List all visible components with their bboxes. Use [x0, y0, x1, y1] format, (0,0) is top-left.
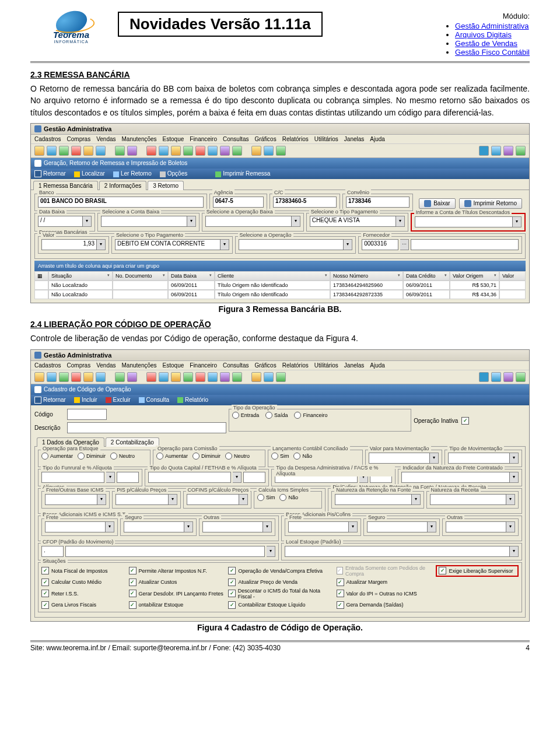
tab-retorno: 3 Retorno — [148, 181, 184, 190]
operacao-inativa-checkbox[interactable] — [461, 417, 469, 425]
radio-saida[interactable]: Saída — [265, 412, 288, 419]
imprimir-remessa-button: Imprimir Remessa — [215, 170, 270, 177]
chevron-down-icon[interactable]: ▾ — [513, 216, 522, 227]
page-title: Novidades Versão 11.11a — [118, 12, 323, 37]
imprimir-retorno-button[interactable]: Imprimir Retorno — [459, 198, 522, 209]
ler-retorno-button: Ler Retorno — [113, 170, 152, 177]
radio-financeiro[interactable]: Financeiro — [294, 412, 327, 419]
consulta-button: Consulta — [139, 397, 169, 403]
page-header: Teorema INFORMÁTICA Novidades Versão 11.… — [30, 12, 530, 63]
incluir-button: Incluir — [74, 397, 97, 403]
excluir-button: Excluir — [106, 397, 131, 403]
codigo-input[interactable] — [67, 409, 107, 420]
check-entrada-pedidos: Entrada Somente com Pedidos de Compra — [337, 565, 432, 577]
chevron-down-icon[interactable]: ▾ — [83, 216, 92, 227]
module-link[interactable]: Gestão de Vendas — [455, 39, 517, 48]
module-link[interactable]: Gestão Fisco Contábil — [455, 48, 530, 57]
action-bar[interactable]: Retornar Incluir Excluir Consulta Relató… — [31, 395, 529, 405]
data-baixa-input[interactable]: / / — [38, 216, 83, 227]
screenshot-figure-3: Gestão Administrativa CadastrosComprasVe… — [30, 123, 530, 303]
panel-header: Cadastro de Código de Operação — [31, 384, 529, 395]
localizar-button: Localizar — [74, 170, 105, 177]
lookup-icon[interactable]: ⋯ — [400, 239, 409, 250]
chevron-down-icon[interactable]: ▾ — [344, 239, 352, 250]
module-link[interactable]: Arquivos Digitais — [455, 30, 512, 39]
retornar-button: Retornar — [34, 397, 66, 404]
radio-entrada[interactable]: Entrada — [232, 412, 260, 419]
descricao-input[interactable] — [67, 422, 226, 433]
tab-bar[interactable]: 1 Remessa Bancária 2 Informações 3 Retor… — [31, 179, 529, 190]
opcoes-button: Opções — [160, 170, 187, 177]
operacao-select[interactable] — [239, 239, 344, 250]
section-text-24: Controle de liberação de vendas por Códi… — [30, 332, 530, 344]
module-link[interactable]: Gestão Administrativa — [455, 22, 528, 30]
check-exige-liberacao[interactable]: Exige Liberação Supervisor — [436, 565, 519, 577]
table-row[interactable]: Não Localizado 06/09/2011 Título Origem … — [34, 281, 526, 290]
menu-bar[interactable]: CadastrosComprasVendasManutençõesEstoque… — [31, 361, 529, 370]
action-bar[interactable]: Retornar Localizar Ler Retorno Opções Im… — [31, 169, 529, 179]
figure-caption-3: Figura 3 Remessa Bancária BB. — [30, 304, 530, 314]
window-title: Gestão Administrativa — [31, 350, 529, 361]
relatorio-button: Relatório — [177, 397, 208, 403]
conta-baixa-select[interactable] — [101, 216, 187, 227]
section-heading-24: 2.4 LIBERAÇÃO POR CÓDIGO DE OPERAÇÃO — [30, 320, 530, 329]
cc-field[interactable]: 17383460-5 — [273, 197, 337, 208]
tab-contabilizacao: 2 Contabilização — [106, 437, 159, 447]
agencia-field[interactable]: 0647-5 — [213, 197, 264, 208]
conta-titulos-descontados-select[interactable] — [415, 216, 513, 227]
window-title: Gestão Administrativa — [31, 124, 529, 135]
module-list: Módulo: Gestão Administrativa Arquivos D… — [444, 12, 530, 57]
chevron-down-icon[interactable]: ▾ — [292, 216, 300, 227]
chevron-down-icon[interactable]: ▾ — [187, 216, 196, 227]
operacao-baixa-select[interactable] — [205, 216, 292, 227]
tab-informacoes: 2 Informações — [99, 181, 146, 190]
grid-header[interactable]: ▦ Situação▾ No. Documento▾ Data Baixa▾ C… — [34, 271, 526, 281]
menu-bar[interactable]: CadastrosComprasVendasManutençõesEstoque… — [31, 135, 529, 144]
retornar-button: Retornar — [34, 170, 66, 177]
convenio-field[interactable]: 1738346 — [346, 197, 410, 208]
main-toolbar[interactable] — [31, 144, 529, 158]
section-text-23: O Retorno de remessa bancária do BB com … — [30, 83, 530, 118]
banco-field[interactable]: 001 BANCO DO BRASIL — [38, 197, 204, 208]
logo: Teorema INFORMÁTICA — [30, 12, 112, 44]
fornecedor-input[interactable]: 0003316 — [362, 239, 398, 250]
tipo-pagamento-select[interactable]: CHEQUE A VISTA — [310, 216, 396, 227]
check-alterar-impostos[interactable]: Permite Alterar Impostos N.F. — [129, 565, 224, 577]
chevron-down-icon[interactable]: ▾ — [396, 216, 405, 227]
page-footer: Site: www.teorema.inf.br / Email: suport… — [30, 640, 530, 652]
section-heading-23: 2.3 REMESSA BANCÁRIA — [30, 70, 530, 79]
baixar-button[interactable]: Baixar — [419, 198, 455, 209]
chevron-down-icon[interactable]: ▾ — [220, 239, 229, 250]
tab-remessa: 1 Remessa Bancária — [33, 181, 98, 190]
table-row[interactable]: Não Localizado 06/09/2011 Título Origem … — [34, 290, 526, 299]
main-toolbar[interactable] — [31, 370, 529, 384]
check-venda-compra[interactable]: Operação de Venda/Compra Efetiva — [228, 565, 331, 577]
check-nf-impostos[interactable]: Nota Fiscal de Impostos — [41, 565, 124, 577]
figure-caption-4: Figura 4 Cadastro de Código de Operação. — [30, 623, 530, 632]
grid-group-hint: Arraste um título de coluna aqui para cr… — [34, 261, 526, 271]
tipo-pagamento2-select[interactable]: DEBITO EM CONTA CORRENTE — [115, 239, 220, 250]
chevron-down-icon[interactable]: ▾ — [97, 239, 106, 250]
valor-input[interactable]: 1,93 — [41, 239, 97, 250]
panel-header: Geração, Retorno de Remessa e Impressão … — [31, 158, 529, 169]
screenshot-figure-4: Gestão Administrativa CadastrosComprasVe… — [30, 349, 530, 622]
